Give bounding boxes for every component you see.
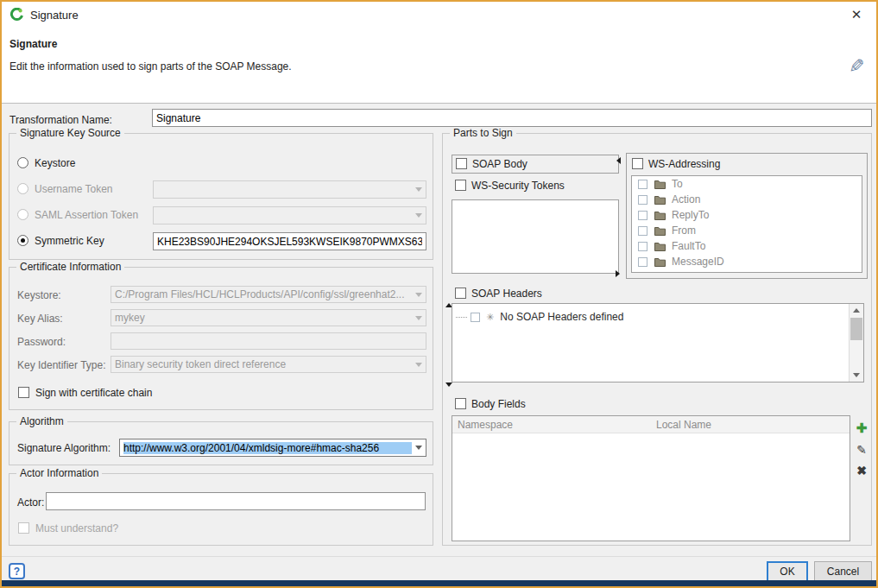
- ws-security-tokens-list[interactable]: [452, 199, 619, 274]
- algorithm-group: Algorithm Signature Algorithm: http://ww…: [9, 421, 433, 465]
- folder-icon: [654, 180, 666, 189]
- banner-description: Edit the information used to sign parts …: [9, 60, 292, 73]
- local-name-column-header: Local Name: [656, 419, 711, 431]
- ws-addressing-checkbox[interactable]: [632, 158, 643, 169]
- no-headers-checkbox[interactable]: [471, 313, 480, 322]
- sash-collapse-left-icon[interactable]: [616, 157, 621, 164]
- no-headers-label: No SOAP Headers defined: [500, 311, 623, 323]
- soap-body-label: SOAP Body: [472, 157, 527, 171]
- signature-dialog: Signature ✕ Signature Edit the informati…: [0, 0, 878, 588]
- body-fields-table-header: Namespace Local Name: [452, 416, 850, 433]
- ws-addressing-item[interactable]: Action: [632, 192, 862, 207]
- no-headers-row[interactable]: ✳ No SOAP Headers defined: [456, 311, 623, 323]
- edit-icon[interactable]: ✎: [854, 441, 869, 458]
- chevron-down-icon: [415, 213, 422, 218]
- symmetric-key-radio-label: Symmetric Key: [35, 234, 104, 248]
- item-checkbox[interactable]: [638, 195, 647, 205]
- certificate-information-group: Certificate Information Keystore: C:/Pro…: [9, 267, 433, 410]
- saml-token-radio: [17, 209, 28, 220]
- key-alias-combo: mykey: [111, 309, 426, 326]
- soap-headers-tree: ✳ No SOAP Headers defined: [452, 303, 864, 383]
- help-button[interactable]: ?: [9, 563, 25, 579]
- username-token-combo: [153, 180, 426, 199]
- key-alias-field-label: Key Alias:: [17, 312, 63, 326]
- ws-addressing-item[interactable]: From: [632, 223, 862, 238]
- keystore-radio-label: Keystore: [35, 156, 75, 170]
- signature-key-source-group: Signature Key Source Keystore Username T…: [9, 133, 433, 260]
- ws-addressing-list: To Action ReplyTo From: [631, 175, 862, 273]
- actor-input[interactable]: [46, 492, 426, 510]
- soap-headers-checkbox[interactable]: [455, 288, 466, 299]
- ws-security-tokens-checkbox[interactable]: [455, 180, 466, 191]
- folder-icon: [654, 257, 666, 267]
- keystore-field-label: Keystore:: [17, 288, 61, 302]
- key-identifier-type-label: Key Identifier Type:: [17, 358, 106, 372]
- chevron-down-icon: [415, 363, 422, 367]
- username-token-radio: [17, 183, 28, 194]
- scrollbar[interactable]: [849, 304, 863, 382]
- app-icon: [9, 8, 23, 22]
- key-identifier-type-combo: Binary security token direct reference: [111, 356, 426, 373]
- password-field-label: Password:: [17, 335, 66, 349]
- folder-icon: [654, 211, 666, 220]
- ws-addressing-item[interactable]: To: [632, 176, 862, 192]
- actor-information-group: Actor Information Actor: Must understand…: [9, 473, 433, 546]
- transformation-name-label: Transformation Name:: [9, 113, 112, 127]
- item-checkbox[interactable]: [638, 242, 647, 251]
- scroll-up-icon[interactable]: [850, 304, 863, 317]
- body-fields-label: Body Fields: [471, 397, 526, 411]
- sign-with-certificate-chain-checkbox[interactable]: [18, 387, 29, 398]
- ws-addressing-item[interactable]: FaultTo: [632, 238, 862, 254]
- signature-algorithm-combo[interactable]: http://www.w3.org/2001/04/xmldsig-more#h…: [119, 439, 426, 457]
- saml-token-radio-label: SAML Assertion Token: [35, 208, 138, 222]
- folder-icon: [654, 226, 666, 236]
- keystore-radio[interactable]: [17, 157, 28, 168]
- signature-pen-icon: ✎: [849, 55, 864, 78]
- ws-addressing-label: WS-Addressing: [648, 157, 720, 171]
- delete-icon[interactable]: ✖: [854, 462, 869, 478]
- banner: Signature Edit the information used to s…: [2, 28, 876, 104]
- tree-line: [456, 317, 467, 318]
- add-icon[interactable]: ✚: [854, 420, 869, 436]
- chevron-down-icon: [415, 187, 422, 192]
- window-title: Signature: [30, 9, 79, 22]
- username-token-radio-label: Username Token: [35, 182, 113, 196]
- folder-icon: [654, 242, 666, 251]
- cancel-button[interactable]: Cancel: [814, 561, 872, 582]
- close-icon[interactable]: ✕: [837, 2, 876, 28]
- password-input: [111, 332, 426, 350]
- parts-to-sign-group: Parts to Sign SOAP Body WS-Security Toke…: [442, 133, 872, 546]
- scrollbar-thumb[interactable]: [850, 318, 862, 340]
- signature-algorithm-label: Signature Algorithm:: [17, 441, 111, 455]
- chevron-down-icon: [415, 446, 422, 450]
- chevron-down-icon: [415, 293, 422, 297]
- symmetric-key-input[interactable]: [153, 232, 426, 250]
- title-bar: Signature ✕: [2, 2, 876, 28]
- ws-addressing-panel: WS-Addressing To Action ReplyTo: [626, 153, 868, 279]
- must-understand-label: Must understand?: [35, 522, 118, 535]
- bottom-strip: [2, 580, 876, 586]
- keystore-combo: C:/Program Files/HCL/HCLProducts/API/con…: [111, 286, 426, 303]
- ws-security-tokens-label: WS-Security Tokens: [471, 179, 565, 193]
- ws-addressing-item[interactable]: ReplyTo: [632, 207, 862, 223]
- namespace-column-header: Namespace: [458, 419, 513, 431]
- ok-button[interactable]: OK: [767, 561, 808, 582]
- transformation-name-input[interactable]: [152, 109, 872, 127]
- symmetric-key-radio[interactable]: [17, 235, 28, 246]
- algorithm-title: Algorithm: [16, 415, 67, 427]
- item-checkbox[interactable]: [638, 226, 647, 236]
- soap-body-row[interactable]: SOAP Body: [452, 155, 619, 174]
- item-checkbox[interactable]: [638, 257, 647, 267]
- sash-collapse-right-icon[interactable]: [616, 270, 620, 277]
- body-fields-table[interactable]: Namespace Local Name: [452, 415, 850, 541]
- sash-collapse-down-icon[interactable]: [445, 383, 452, 387]
- ws-addressing-item[interactable]: MessageID: [632, 254, 862, 269]
- item-checkbox[interactable]: [638, 211, 647, 220]
- item-checkbox[interactable]: [638, 180, 647, 189]
- soap-body-checkbox[interactable]: [456, 158, 467, 169]
- must-understand-checkbox: [18, 522, 29, 534]
- scroll-down-icon[interactable]: [850, 369, 863, 382]
- sign-with-certificate-chain-label: Sign with certificate chain: [35, 386, 152, 400]
- body-fields-checkbox[interactable]: [455, 398, 466, 409]
- folder-icon: [654, 195, 666, 205]
